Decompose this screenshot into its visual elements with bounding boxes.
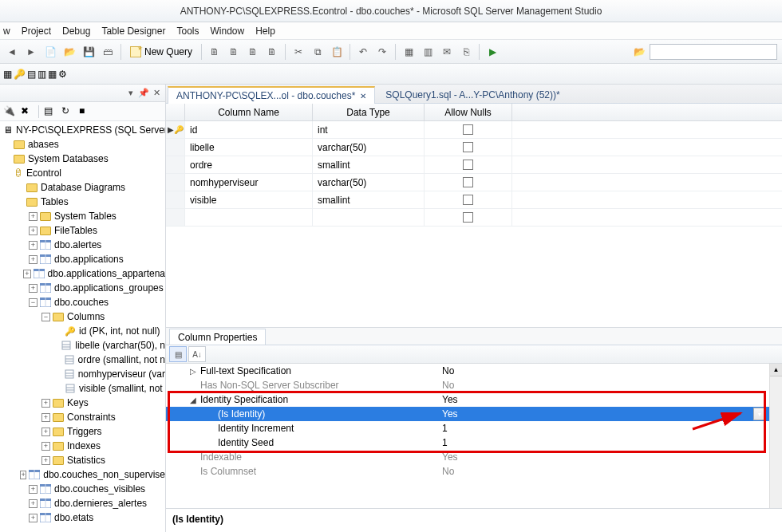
expander-icon[interactable]: + (20, 471, 26, 479)
new-query-button[interactable]: New Query (125, 43, 197, 61)
paste-icon[interactable]: 📋 (328, 43, 346, 61)
document-tab[interactable]: SQLQuery1.sql - A...Y-PC\Anthony (52))* (377, 85, 568, 103)
properties-scrollbar[interactable]: ▲ (769, 364, 782, 508)
tree-item[interactable]: +dbo.couches_visibles (0, 482, 165, 496)
cell-allow-nulls[interactable] (425, 121, 512, 138)
td-icon-3[interactable]: ▤ (27, 69, 36, 80)
property-row[interactable]: ◢Identity SpecificationYes (166, 392, 769, 407)
menu-item[interactable]: Project (22, 26, 51, 37)
table-designer-grid[interactable]: Column Name Data Type Allow Nulls ▶🔑idin… (166, 104, 782, 327)
property-value[interactable]: Yes (437, 394, 753, 405)
redo-icon[interactable]: ↷ (373, 43, 391, 61)
expander-icon[interactable]: + (41, 442, 50, 451)
cell-allow-nulls[interactable] (425, 174, 512, 191)
property-row[interactable]: (Is Identity)Yes▾ (166, 407, 769, 421)
row-selector[interactable] (166, 191, 185, 208)
stop-icon[interactable]: ■ (79, 105, 92, 118)
save-all-icon[interactable]: 🗃 (99, 43, 117, 61)
alphabetical-button[interactable]: A↓ (188, 346, 206, 362)
cell-column-name[interactable]: visible (185, 191, 313, 208)
menu-item[interactable]: Tools (176, 26, 199, 37)
tree-item[interactable]: visible (smallint, not (0, 381, 165, 396)
tb-icon-3[interactable]: 🗎 (244, 43, 262, 61)
expander-icon[interactable]: + (29, 241, 38, 250)
checkbox-icon[interactable] (463, 124, 473, 135)
tree-item[interactable]: 🔑id (PK, int, not null) (0, 324, 165, 338)
row-selector[interactable] (166, 174, 185, 191)
expander-icon[interactable]: + (41, 456, 50, 465)
tree-item[interactable]: +dbo.alertes (0, 238, 165, 252)
td-icon-2[interactable]: 🔑 (14, 69, 26, 80)
cell-allow-nulls[interactable] (425, 139, 512, 156)
cell-data-type[interactable]: varchar(50) (313, 139, 425, 156)
property-row[interactable]: IndexableYes (166, 450, 769, 464)
tree-item[interactable]: +Triggers (0, 424, 165, 439)
tree-item[interactable]: +dbo.dernieres_alertes (0, 496, 165, 510)
menu-item[interactable]: w (3, 26, 10, 37)
property-row[interactable]: Identity Increment1 (166, 421, 769, 435)
new-project-icon[interactable]: 📄 (41, 43, 59, 61)
cell-data-type[interactable]: int (313, 121, 425, 138)
table-row[interactable]: libellevarchar(50) (166, 139, 782, 156)
tree-item[interactable]: +dbo.applications_groupes (0, 281, 165, 295)
tree-item[interactable]: +dbo.applications (0, 252, 165, 266)
tree-item[interactable]: Tables (0, 195, 165, 209)
disconnect-icon[interactable]: ✖ (21, 105, 34, 118)
checkbox-icon[interactable] (463, 195, 473, 205)
menu-item[interactable]: Window (210, 26, 244, 37)
expander-icon[interactable]: ◢ (188, 396, 197, 404)
expander-icon[interactable]: + (29, 227, 38, 235)
expander-icon[interactable]: + (29, 499, 38, 508)
cell-allow-nulls[interactable] (425, 191, 512, 208)
tb-icon-7[interactable]: ✉ (438, 43, 456, 61)
tree-item[interactable]: +Indexes (0, 439, 165, 453)
tree-item[interactable]: +dbo.couches_non_supervise (0, 467, 165, 482)
table-row[interactable]: ordresmallint (166, 156, 782, 174)
close-icon[interactable]: ✕ (151, 88, 162, 99)
nav-back-icon[interactable]: ◄ (3, 43, 21, 61)
dropdown-button[interactable]: ▾ (753, 408, 766, 420)
execute-icon[interactable]: ▶ (484, 43, 501, 61)
tb-icon-6[interactable]: ▥ (419, 43, 436, 61)
tree-item[interactable]: nomhyperviseur (var (0, 367, 165, 381)
tree-root[interactable]: 🖥 NY-PC\SQLEXPRESS (SQL Server 1 (0, 123, 165, 137)
tree-item[interactable]: +dbo.etats (0, 510, 165, 525)
cell-column-name[interactable]: id (185, 121, 313, 138)
tb-icon-2[interactable]: 🗎 (225, 43, 243, 61)
table-row[interactable]: visiblesmallint (166, 191, 782, 209)
menu-item[interactable]: Table Designer (101, 26, 165, 37)
tree-item[interactable]: +FileTables (0, 223, 165, 238)
tree-item[interactable]: System Databases (0, 152, 165, 166)
column-properties-tab[interactable]: Column Properties (169, 329, 266, 345)
cell-column-name[interactable]: libelle (185, 139, 313, 156)
tree-item[interactable]: +Constraints (0, 410, 165, 424)
tree-item[interactable]: +Keys (0, 396, 165, 410)
expander-icon[interactable]: + (29, 514, 38, 522)
menu-item[interactable]: Help (255, 26, 275, 37)
document-tabs[interactable]: ANTHONY-PC\SQLEX...ol - dbo.couches* ✕SQ… (166, 85, 782, 104)
tree-item[interactable]: −dbo.couches (0, 295, 165, 309)
categorized-button[interactable]: ▤ (169, 346, 187, 362)
expander-icon[interactable]: + (29, 212, 38, 221)
tree-item[interactable]: Database Diagrams (0, 180, 165, 195)
expander-icon[interactable]: + (41, 428, 50, 436)
expander-icon[interactable]: + (29, 485, 38, 494)
menu-bar[interactable]: wProjectDebugTable DesignerToolsWindowHe… (0, 22, 782, 40)
tree-item[interactable]: +dbo.applications_appartena (0, 266, 165, 281)
tree-item[interactable]: +System Tables (0, 209, 165, 223)
nav-fwd-icon[interactable]: ► (22, 43, 40, 61)
property-value[interactable]: 1 (437, 437, 753, 448)
cell-data-type[interactable]: varchar(50) (313, 174, 425, 191)
tab-close-icon[interactable]: ✕ (360, 92, 366, 100)
cell-column-name[interactable]: ordre (185, 156, 313, 173)
tb-icon-1[interactable]: 🗎 (206, 43, 223, 61)
grid-header-nulls[interactable]: Allow Nulls (425, 104, 512, 120)
grid-header-datatype[interactable]: Data Type (313, 104, 425, 120)
expander-icon[interactable]: + (41, 413, 50, 422)
cut-icon[interactable]: ✂ (290, 43, 307, 61)
property-row[interactable]: ▷Full-text SpecificationNo (166, 364, 769, 378)
tree-item[interactable]: 🛢Econtrol (0, 166, 165, 180)
pin-icon[interactable]: 📌 (138, 88, 149, 99)
open-icon[interactable]: 📂 (61, 43, 78, 61)
property-value[interactable]: No (437, 365, 753, 376)
